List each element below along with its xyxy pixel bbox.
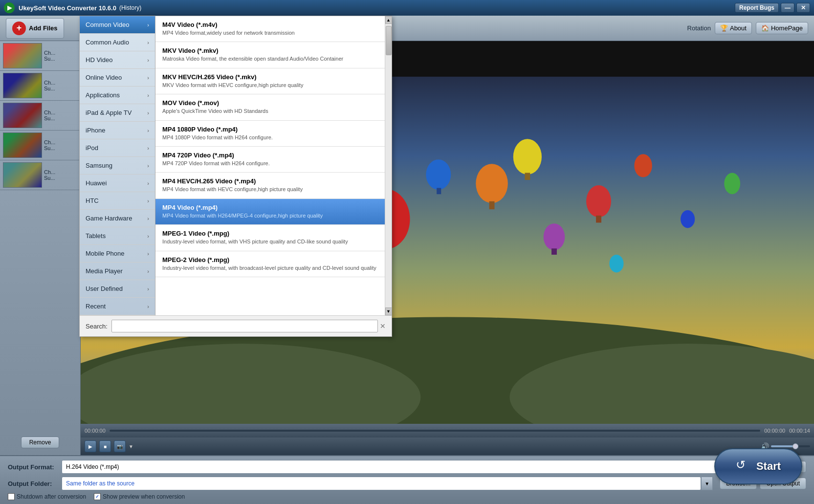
snapshot-button[interactable]: 📷 [114,440,126,452]
list-item[interactable]: Ch... Su... [0,131,80,160]
category-arrow-icon: › [147,92,149,98]
category-item-samsung[interactable]: Samsung › [80,157,155,175]
category-item-user-defined[interactable]: User Defined › [80,280,155,298]
category-item-hd-video[interactable]: HD Video › [80,51,155,69]
list-item[interactable]: Ch... Su... [0,41,80,71]
output-folder-select[interactable]: Same folder as the source [62,477,701,490]
shutdown-checkbox-box[interactable] [8,493,15,500]
rotation-label[interactable]: Rotation [687,24,711,32]
category-item-online-video[interactable]: Online Video › [80,69,155,87]
svg-point-13 [426,159,451,190]
category-arrow-icon: › [147,41,149,45]
file-sub: Su... [44,145,55,151]
list-item[interactable]: Ch... Su... [0,101,80,131]
file-thumbnail [3,103,42,128]
category-item-media-player[interactable]: Media Player › [80,263,155,280]
format-desc: MKV Video format with HEVC configure,hig… [162,82,378,89]
time-start: 00:00:00 [85,428,106,434]
format-item-mpeg1[interactable]: MPEG-1 Video (*.mpg) Industry-level vide… [155,225,385,251]
format-list: M4V Video (*.m4v) MP4 Video format,widel… [155,41,385,315]
category-item-htc[interactable]: HTC › [80,192,155,210]
category-item-tablets[interactable]: Tablets › [80,227,155,245]
file-sub: Su... [44,115,55,121]
search-clear-button[interactable]: ✕ [380,322,386,330]
format-item-mkv-hevc[interactable]: MKV HEVC/H.265 Video (*.mkv) MKV Video f… [155,68,385,94]
homepage-button[interactable]: 🏠 HomePage [756,22,808,34]
show-preview-checkbox-box[interactable]: ✓ [94,493,101,500]
category-label: HTC [86,197,99,204]
output-format-label: Output Format: [8,463,62,471]
svg-point-17 [634,154,652,177]
svg-point-11 [544,223,565,250]
file-thumbnail [3,132,42,158]
add-files-label: Add Files [29,24,58,32]
category-item-game-hardware[interactable]: Game Hardware › [80,210,155,227]
scroll-down-button[interactable]: ▼ [385,307,392,315]
format-desc: Apple's QuickTime Video with HD Standard… [162,108,378,115]
volume-slider[interactable] [771,445,810,447]
category-label: Samsung [86,162,112,169]
output-folder-value: Same folder as the source [66,480,134,487]
category-label: User Defined [86,285,123,292]
category-arrow-icon: › [147,180,149,186]
format-item-mp4-720p[interactable]: MP4 720P Video (*.mp4) MP4 720P Video fo… [155,147,385,173]
svg-rect-16 [525,173,530,180]
format-item-mp4-hevc[interactable]: MP4 HEVC/H.265 Video (*.mp4) MP4 Video f… [155,173,385,198]
format-item-mkv[interactable]: MKV Video (*.mkv) Matroska Video format,… [155,42,385,68]
svg-point-22 [609,255,623,272]
format-scrollbar[interactable]: ▲ ▼ [385,41,392,315]
category-item-applications[interactable]: Applications › [80,87,155,104]
shutdown-checkbox[interactable]: Shutdown after conversion [8,493,86,500]
search-label: Search: [86,323,108,330]
category-label: Game Hardware [86,215,132,222]
show-preview-checkbox[interactable]: ✓ Show preview when conversion [94,493,185,500]
list-item[interactable]: Ch... Su... [0,160,80,190]
file-info: Ch... Su... [42,139,55,151]
category-sidebar: Common Video › Common Audio › HD Video ›… [80,41,155,315]
svg-rect-12 [551,248,557,255]
format-item-mpeg2[interactable]: MPEG-2 Video (*.mpg) Industry-level vide… [155,251,385,277]
category-item-common-audio[interactable]: Common Audio › [80,41,155,51]
play-button[interactable]: ▶ [85,440,96,452]
close-button[interactable]: ✕ [796,3,810,13]
format-item-mov[interactable]: MOV Video (*.mov) Apple's QuickTime Vide… [155,94,385,120]
category-item-iphone[interactable]: iPhone › [80,122,155,139]
volume-thumb[interactable] [792,443,798,449]
category-item-mobile-phone[interactable]: Mobile Phone › [80,245,155,263]
main-content: Ch... Su... Ch... Su... Ch... Su... [0,41,814,455]
format-desc: Industry-level video format, with broadc… [162,264,378,272]
app-icon: ▶ [4,2,15,13]
file-info: Ch... Su... [42,80,55,91]
history-label: (History) [119,4,141,11]
category-arrow-icon: › [147,163,149,169]
remove-button[interactable]: Remove [21,437,60,448]
scroll-thumb[interactable] [386,41,392,55]
output-format-select[interactable]: H.264 Video (*.mp4) [62,460,731,474]
format-item-mp4[interactable]: MP4 Video (*.mp4) MP4 Video format with … [155,199,385,225]
category-arrow-icon: › [147,216,149,221]
category-item-ipod[interactable]: iPod › [80,139,155,157]
minimize-button[interactable]: — [781,3,794,13]
format-title: MP4 Video (*.mp4) [162,204,378,211]
category-label: Recent [86,303,106,310]
add-files-button[interactable]: + Add Files [6,18,64,39]
svg-point-7 [586,185,611,218]
file-info: Ch... Su... [42,50,55,62]
svg-rect-10 [489,201,495,209]
category-label: Mobile Phone [86,250,125,257]
svg-point-9 [476,164,508,203]
category-item-recent[interactable]: Recent › [80,298,155,315]
category-item-huawei[interactable]: Huawei › [80,175,155,192]
search-input[interactable] [111,320,378,332]
format-item-mp4-1080p[interactable]: MP4 1080P Video (*.mp4) MP4 1080P Video … [155,121,385,147]
report-bugs-button[interactable]: Report Bugs [735,3,779,13]
file-name: Ch... [44,139,55,145]
folder-arrow[interactable]: ▼ [701,477,713,490]
list-item[interactable]: Ch... Su... [0,71,80,101]
stop-button[interactable]: ■ [99,440,111,452]
start-button[interactable]: ↺ Start [714,448,802,484]
category-item-ipad-apple[interactable]: iPad & Apple TV › [80,104,155,122]
bottom-panel: Output Format: H.264 Video (*.mp4) ▲ Out… [0,455,814,504]
timeline-track[interactable] [110,430,761,432]
about-button[interactable]: 🏆 About [715,22,752,34]
